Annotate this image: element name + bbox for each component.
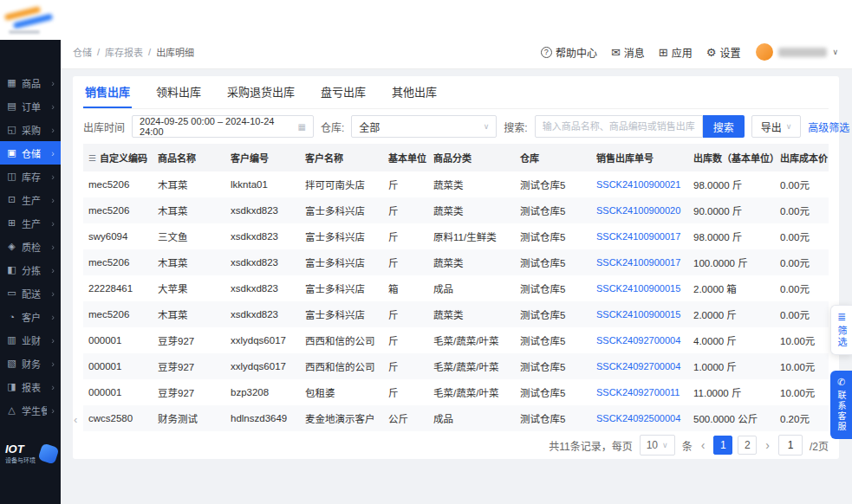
warehouse-select[interactable]: 全部 ∨ [351, 115, 497, 138]
table-cell: 0.00元 [775, 255, 829, 269]
tab-other-outbound[interactable]: 其他出库 [390, 76, 439, 108]
customer-service-button[interactable]: ✆ 联系客服 [830, 371, 852, 439]
table-cell: 0.00元 [775, 281, 829, 295]
sidebar-item-label: 分拣 [22, 263, 41, 277]
messages-button[interactable]: ✉消息 [611, 45, 645, 60]
tab-loss-outbound[interactable]: 盘亏出库 [319, 76, 367, 108]
tabs: 销售出库领料出库采购退货出库盘亏出库其他出库 [83, 76, 829, 109]
table-row[interactable]: cwcs2580财务测试hdlnszd3649麦金地演示客户公斤成品测试仓库5S… [83, 405, 829, 431]
sidebar-item-label: 质检 [22, 240, 41, 254]
outbound-order-link[interactable]: SSCK24092700004 [591, 361, 688, 372]
search-input[interactable] [535, 115, 703, 138]
outbound-order-link[interactable]: SSCK24092500004 [591, 413, 688, 423]
column-header: ☰自定义编码 [83, 151, 153, 165]
table-row[interactable]: swy6094三文鱼xsdkxd823富士多科兴店斤原料11/生鲜类测试仓库5S… [83, 223, 829, 249]
table-cell: 豆芽927 [153, 333, 225, 347]
search-button[interactable]: 搜索 [703, 115, 745, 138]
table-row[interactable]: 000001豆芽927bzp3208包租婆斤毛菜/蔬菜/叶菜测试仓库5SSCK2… [83, 379, 829, 405]
table-cell: 0.00元 [775, 204, 829, 217]
topbar-action-label: 设置 [719, 45, 740, 60]
pagination-total-pages: /2页 [810, 438, 829, 453]
student-meal-icon: △ [6, 404, 17, 416]
sidebar-item-reports[interactable]: ◨报表› [0, 375, 61, 398]
advanced-filter-button[interactable]: 高级筛选 ∨ [808, 120, 852, 134]
breadcrumb-item[interactable]: 库存报表 [105, 45, 143, 59]
outbound-order-link[interactable]: SSCK24092700011 [591, 387, 688, 397]
table-row[interactable]: mec5206木耳菜lkknta01拌可可南头店斤蔬菜类测试仓库5SSCK241… [83, 171, 829, 197]
table-cell: 000001 [83, 335, 153, 346]
tab-material-outbound[interactable]: 领料出库 [154, 76, 203, 108]
table-cell: 斤 [383, 204, 428, 217]
table-cell: 11.0000 斤 [688, 385, 775, 399]
prev-page-button[interactable]: ‹ [699, 438, 707, 452]
outbound-order-link[interactable]: SSCK24100900017 [591, 231, 688, 242]
outbound-order-link[interactable]: SSCK24100900020 [591, 205, 688, 216]
outbound-order-link[interactable]: SSCK24100900017 [591, 257, 688, 268]
chevron-right-icon: › [51, 101, 55, 112]
sidebar-item-student-meal[interactable]: △学生餐› [0, 398, 61, 422]
date-range-value: 2024-09-25 00:00 – 2024-10-24 24:00 [140, 116, 298, 137]
sidebar-item-quality[interactable]: ◈质检› [0, 235, 61, 258]
sidebar-item-orders[interactable]: ▤订单› [0, 94, 61, 118]
page-button-1[interactable]: 1 [713, 436, 732, 455]
storage-icon: ▣ [6, 147, 17, 158]
filter-float-button[interactable]: ≣ 筛选 [830, 305, 852, 355]
sidebar-item-production[interactable]: ⊡生产› [0, 188, 61, 211]
avatar [756, 43, 773, 61]
table-cell: 90.0000 斤 [688, 204, 775, 217]
table-cell: 斤 [383, 333, 428, 347]
chevron-right-icon: › [51, 335, 55, 346]
column-settings-icon[interactable]: ☰ [88, 153, 96, 163]
page-button-2[interactable]: 2 [738, 436, 757, 455]
time-filter-label: 出库时间 [83, 120, 125, 134]
sidebar-item-storage[interactable]: ▣仓储› [0, 141, 61, 165]
apps-button[interactable]: ⊞应用 [659, 45, 693, 60]
tab-sales-outbound[interactable]: 销售出库 [83, 76, 132, 108]
table-row[interactable]: 22228461大苹果xsdkxd823富士多科兴店箱成品测试仓库5SSCK24… [83, 275, 829, 301]
date-range-picker[interactable]: 2024-09-25 00:00 – 2024-10-24 24:00 ▦ [132, 115, 314, 138]
sidebar-item-production-2[interactable]: ⊞生产› [0, 211, 61, 235]
pagination-unit: 条 [682, 438, 693, 453]
page-jump-input[interactable] [778, 435, 803, 456]
topbar-row: 仓储/库存报表/出库明细 ?帮助中心✉消息⊞应用⚙设置 ∨ [73, 43, 838, 61]
sidebar-item-label: 生产 [22, 193, 41, 207]
sidebar-item-inventory[interactable]: ◫库存› [0, 165, 61, 188]
sidebar-item-purchase[interactable]: ◱采购› [0, 118, 61, 141]
page-size-select[interactable]: 10 ∨ [640, 435, 675, 456]
sidebar-item-customers[interactable]: ◔客户› [0, 305, 61, 328]
table-row[interactable]: mec5206木耳菜xsdkxd823富士多科兴店斤蔬菜类测试仓库5SSCK24… [83, 197, 829, 223]
table-cell: 4.0000 斤 [688, 333, 775, 347]
outbound-order-link[interactable]: SSCK24100900015 [591, 283, 688, 294]
sidebar-item-finance[interactable]: ▧财务› [0, 352, 61, 375]
next-page-button[interactable]: › [764, 438, 771, 452]
table-cell: 成品 [428, 411, 515, 425]
column-header: 客户编号 [225, 151, 300, 165]
table-scroll-left[interactable]: ‹ [74, 413, 77, 426]
outbound-order-link[interactable]: SSCK24100900021 [591, 179, 688, 190]
breadcrumb-item[interactable]: 仓储 [73, 45, 92, 59]
user-menu[interactable]: ∨ [756, 43, 838, 61]
table-row[interactable]: 000001豆芽927xxlydqs6017西西和信的公司斤毛菜/蔬菜/叶菜测试… [83, 327, 829, 353]
outbound-order-link[interactable]: SSCK24092700004 [591, 335, 688, 346]
settings-button[interactable]: ⚙设置 [706, 45, 741, 60]
help-center-button[interactable]: ?帮助中心 [541, 45, 597, 60]
table-cell: 测试仓库5 [515, 411, 591, 425]
sidebar-item-delivery[interactable]: ▭配送› [0, 281, 61, 305]
chevron-right-icon: › [51, 312, 55, 322]
table-row[interactable]: mec5206木耳菜xsdkxd823富士多科兴店斤蔬菜类测试仓库5SSCK24… [83, 249, 829, 275]
table-cell: cwcs2580 [83, 413, 153, 423]
sidebar-item-biz-finance[interactable]: ▥业财› [0, 328, 61, 352]
sidebar-item-sorting[interactable]: ◧分拣› [0, 258, 61, 281]
sidebar-item-goods[interactable]: ▦商品› [0, 71, 61, 94]
table-row[interactable]: mec5206木耳菜xsdkxd823富士多科兴店斤蔬菜类测试仓库5SSCK24… [83, 301, 829, 327]
customers-icon: ◔ [6, 312, 17, 322]
table-row[interactable]: 000001豆芽927xxlydqs6017西西和信的公司斤毛菜/蔬菜/叶菜测试… [83, 353, 829, 379]
tab-purchase-return-outbound[interactable]: 采购退货出库 [225, 76, 296, 108]
filter-bar: 出库时间 2024-09-25 00:00 – 2024-10-24 24:00… [83, 109, 829, 144]
topbar-action-label: 帮助中心 [556, 45, 597, 60]
table-cell: 测试仓库5 [515, 333, 591, 347]
export-button[interactable]: 导出 ∨ [751, 115, 802, 138]
column-header-label: 自定义编码 [100, 151, 147, 165]
outbound-order-link[interactable]: SSCK24100900015 [591, 309, 688, 320]
topbar-actions: ?帮助中心✉消息⊞应用⚙设置 [541, 45, 741, 60]
